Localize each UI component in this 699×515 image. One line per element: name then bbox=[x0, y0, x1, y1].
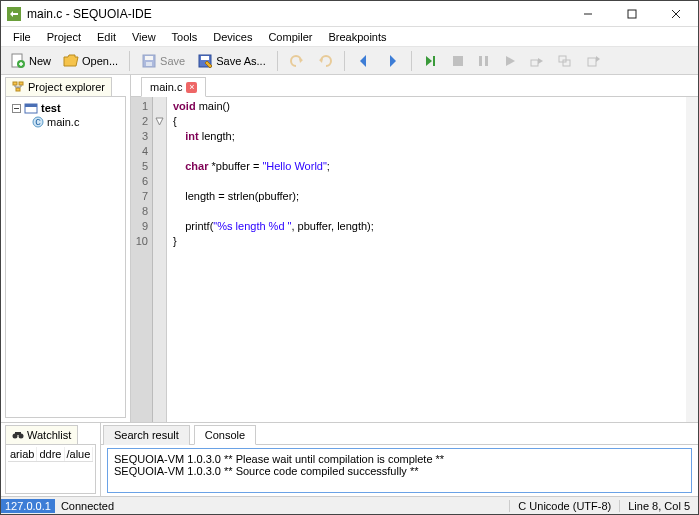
svg-rect-37 bbox=[15, 432, 21, 435]
new-button[interactable]: New bbox=[5, 50, 56, 72]
watchlist-tab[interactable]: Watchlist bbox=[5, 425, 78, 444]
step-out-button[interactable] bbox=[580, 50, 606, 72]
continue-button[interactable] bbox=[498, 50, 522, 72]
minimize-button[interactable] bbox=[572, 4, 604, 24]
svg-text:c: c bbox=[35, 116, 41, 127]
project-name-label: test bbox=[41, 102, 61, 114]
main-toolbar: New Open... Save Save As... bbox=[1, 47, 698, 75]
pause-button[interactable] bbox=[472, 50, 496, 72]
watchlist-grid[interactable]: ariab ddre /alue bbox=[5, 444, 96, 494]
menu-edit[interactable]: Edit bbox=[89, 29, 124, 45]
open-folder-icon bbox=[63, 53, 79, 69]
code-editor[interactable]: 12345678910 void main() { int length; ch… bbox=[131, 97, 698, 422]
tab-console[interactable]: Console bbox=[194, 425, 256, 445]
svg-rect-16 bbox=[479, 56, 482, 66]
svg-rect-18 bbox=[531, 60, 538, 66]
project-explorer-panel: Project explorer test c main.c bbox=[1, 75, 131, 422]
step-out-icon bbox=[585, 54, 601, 68]
undo-button[interactable] bbox=[284, 50, 310, 72]
step-over-button[interactable] bbox=[524, 50, 550, 72]
editor-tab-strip: main.c × bbox=[131, 75, 698, 97]
svg-rect-11 bbox=[146, 62, 152, 66]
svg-rect-2 bbox=[628, 10, 636, 18]
project-tree[interactable]: test c main.c bbox=[5, 96, 126, 418]
nav-forward-button[interactable] bbox=[379, 50, 405, 72]
redo-button[interactable] bbox=[312, 50, 338, 72]
svg-rect-32 bbox=[25, 104, 37, 107]
svg-rect-21 bbox=[588, 58, 596, 66]
tree-file-node[interactable]: c main.c bbox=[32, 115, 119, 129]
pause-icon bbox=[477, 54, 491, 68]
menu-view[interactable]: View bbox=[124, 29, 164, 45]
menu-compiler[interactable]: Compiler bbox=[260, 29, 320, 45]
step-into-button[interactable] bbox=[552, 50, 578, 72]
editor-panel: main.c × 12345678910 void main() { int l… bbox=[131, 75, 698, 422]
console-output[interactable]: SEQUOIA-VM 1.0.3.0 ** Please wait until … bbox=[107, 448, 692, 493]
menu-bar: File Project Edit View Tools Devices Com… bbox=[1, 27, 698, 47]
tab-search-result[interactable]: Search result bbox=[103, 425, 190, 445]
menu-project[interactable]: Project bbox=[39, 29, 89, 45]
code-text[interactable]: void main() { int length; char *pbuffer … bbox=[167, 97, 686, 422]
title-bar: main.c - SEQUOIA-IDE bbox=[1, 1, 698, 27]
save-button[interactable]: Save bbox=[136, 50, 190, 72]
svg-rect-17 bbox=[485, 56, 488, 66]
watch-col-address[interactable]: ddre bbox=[37, 447, 64, 461]
menu-file[interactable]: File bbox=[5, 29, 39, 45]
console-line: SEQUOIA-VM 1.0.3.0 ** Please wait until … bbox=[114, 453, 685, 465]
debug-step-icon bbox=[423, 53, 439, 69]
project-explorer-tab[interactable]: Project explorer bbox=[5, 77, 112, 96]
menu-tools[interactable]: Tools bbox=[164, 29, 206, 45]
undo-icon bbox=[289, 53, 305, 69]
step-into-icon bbox=[557, 54, 573, 68]
app-icon bbox=[7, 7, 21, 21]
status-encoding: C Unicode (UTF-8) bbox=[509, 500, 619, 512]
status-bar: 127.0.0.1 Connected C Unicode (UTF-8) Li… bbox=[1, 496, 698, 514]
tree-project-node[interactable]: test bbox=[12, 101, 119, 115]
svg-rect-10 bbox=[145, 56, 153, 60]
c-file-icon: c bbox=[32, 116, 44, 128]
svg-rect-15 bbox=[453, 56, 463, 66]
editor-scrollbar[interactable] bbox=[686, 97, 698, 422]
menu-devices[interactable]: Devices bbox=[205, 29, 260, 45]
arrow-right-icon bbox=[384, 53, 400, 69]
maximize-button[interactable] bbox=[616, 4, 648, 24]
project-explorer-label: Project explorer bbox=[28, 81, 105, 93]
main-area: Project explorer test c main.c main.c × … bbox=[1, 75, 698, 422]
redo-icon bbox=[317, 53, 333, 69]
close-button[interactable] bbox=[660, 4, 692, 24]
svg-rect-24 bbox=[16, 88, 20, 91]
nav-back-button[interactable] bbox=[351, 50, 377, 72]
save-as-icon bbox=[197, 53, 213, 69]
status-cursor-pos: Line 8, Col 5 bbox=[619, 500, 698, 512]
arrow-left-icon bbox=[356, 53, 372, 69]
watch-col-value[interactable]: /alue bbox=[65, 447, 94, 461]
watchlist-panel: Watchlist ariab ddre /alue bbox=[1, 423, 101, 496]
stop-icon bbox=[451, 54, 465, 68]
watchlist-label: Watchlist bbox=[27, 429, 71, 441]
tree-icon bbox=[12, 81, 24, 93]
fold-open-icon[interactable] bbox=[155, 117, 164, 126]
editor-tab-main-c[interactable]: main.c × bbox=[141, 77, 206, 97]
run-debug-button[interactable] bbox=[418, 50, 444, 72]
output-panel: Search result Console SEQUOIA-VM 1.0.3.0… bbox=[101, 423, 698, 496]
console-line: SEQUOIA-VM 1.0.3.0 ** Source code compil… bbox=[114, 465, 685, 477]
play-icon bbox=[503, 54, 517, 68]
status-ip[interactable]: 127.0.0.1 bbox=[1, 499, 55, 513]
status-connection: Connected bbox=[55, 500, 120, 512]
collapse-icon[interactable] bbox=[12, 104, 21, 113]
binoculars-icon bbox=[12, 430, 24, 440]
svg-rect-23 bbox=[19, 82, 23, 85]
fold-gutter bbox=[153, 97, 167, 422]
save-as-button[interactable]: Save As... bbox=[192, 50, 271, 72]
line-gutter: 12345678910 bbox=[131, 97, 153, 422]
project-icon bbox=[24, 102, 38, 114]
menu-breakpoints[interactable]: Breakpoints bbox=[320, 29, 394, 45]
save-icon bbox=[141, 53, 157, 69]
open-button[interactable]: Open... bbox=[58, 50, 123, 72]
watch-col-variable[interactable]: ariab bbox=[8, 447, 37, 461]
stop-button[interactable] bbox=[446, 50, 470, 72]
step-over-icon bbox=[529, 54, 545, 68]
svg-rect-13 bbox=[201, 56, 209, 60]
file-name-label: main.c bbox=[47, 116, 79, 128]
tab-close-icon[interactable]: × bbox=[186, 82, 197, 93]
